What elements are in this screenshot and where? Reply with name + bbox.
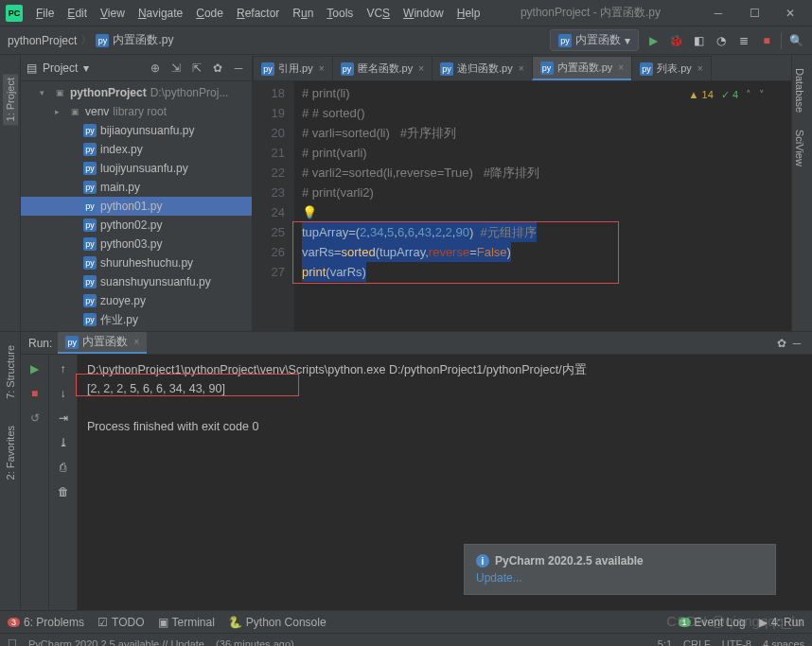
notification-update-link[interactable]: Update... (476, 571, 764, 585)
breadcrumb-file[interactable]: 内置函数.py (113, 32, 173, 48)
run-coverage-button[interactable]: ◧ (690, 32, 707, 49)
tool-project-tab[interactable]: 1: Project (3, 74, 18, 125)
terminal-tab[interactable]: ▣ Terminal (158, 616, 215, 629)
editor-tab[interactable]: py内置函数.py× (532, 56, 633, 80)
menu-tools[interactable]: Tools (321, 4, 359, 23)
close-icon[interactable]: × (133, 337, 139, 347)
editor-tab[interactable]: py匿名函数.py× (332, 56, 433, 80)
code-line[interactable]: tupArray=(2,34,5,6,6,43,2,2,90) #元组排序 (302, 222, 791, 242)
rerun-button[interactable]: ▶ (26, 360, 44, 377)
tree-row[interactable]: pyzuoye.py (21, 291, 252, 310)
tool-favorites-tab[interactable]: 2: Favorites (3, 422, 18, 483)
hide-icon[interactable]: ─ (231, 61, 246, 76)
tree-row[interactable]: py作业.py (21, 310, 252, 329)
collapse-all-icon[interactable]: ⇱ (189, 61, 204, 76)
gear-icon[interactable]: ✿ (774, 336, 789, 351)
code-editor[interactable]: ▲ 14 ✓ 4 ˄ ˅ # print(li)# # sorted()# va… (294, 81, 791, 331)
menu-view[interactable]: View (95, 4, 131, 23)
code-line[interactable]: # varli2=sorted(li,reverse=True) #降序排列 (302, 163, 791, 183)
tree-row[interactable]: pyluojiyunsuanfu.py (21, 159, 252, 178)
editor-tab[interactable]: py列表.py× (631, 56, 712, 80)
run-tab-bottom[interactable]: ▶ 4: Run (759, 616, 804, 629)
inspections-widget[interactable]: ▲ 14 ✓ 4 ˄ ˅ (689, 85, 765, 105)
code-line[interactable]: 💡 (302, 202, 791, 222)
tree-row[interactable]: pyindex.py (21, 140, 252, 159)
tree-row[interactable]: pybijiaoyunsuanfu.py (21, 121, 252, 140)
stop-button[interactable]: ■ (26, 385, 44, 402)
editor-tab[interactable]: py引用.py× (253, 56, 333, 80)
menu-navigate[interactable]: Navigate (132, 4, 188, 23)
project-tree[interactable]: ▾▣pythonProject D:\pythonProj...▸▣venv l… (21, 81, 252, 331)
menu-file[interactable]: File (30, 4, 60, 23)
status-indent[interactable]: 4 spaces (763, 638, 804, 647)
tree-row[interactable]: pypython01.py (21, 197, 252, 216)
code-line[interactable]: # print(varli2) (302, 183, 791, 202)
restart-button[interactable]: ↺ (26, 410, 44, 427)
gear-icon[interactable]: ✿ (210, 61, 225, 76)
run-button[interactable]: ▶ (644, 32, 662, 49)
close-icon[interactable]: × (418, 63, 424, 74)
close-button[interactable]: ✕ (774, 2, 806, 25)
tool-database-tab[interactable]: Database (792, 64, 807, 116)
code-line[interactable]: # varli=sorted(li) #升序排列 (302, 123, 791, 143)
hide-icon[interactable]: ─ (789, 336, 804, 351)
status-eol[interactable]: CRLF (683, 638, 711, 647)
tree-row[interactable]: ▸▣venv library root (21, 102, 252, 121)
scroll-end-icon[interactable]: ⤓ (55, 434, 72, 451)
notification-popup[interactable]: iPyCharm 2020.2.5 available Update... (464, 544, 776, 595)
tree-row[interactable]: pypython03.py (21, 235, 252, 253)
menu-refactor[interactable]: Refactor (231, 4, 285, 23)
code-line[interactable]: # # sorted() (302, 103, 791, 123)
close-icon[interactable]: × (697, 63, 703, 74)
chevron-down-icon[interactable]: ˅ (759, 85, 765, 105)
tree-row[interactable]: ▾▣pythonProject D:\pythonProj... (21, 83, 252, 102)
tool-sciview-tab[interactable]: SciView (792, 126, 807, 170)
up-stack-icon[interactable]: ↑ (55, 360, 72, 377)
close-icon[interactable]: × (319, 63, 325, 74)
menu-window[interactable]: Window (397, 4, 450, 23)
event-log-tab[interactable]: 1 Event Log (679, 616, 746, 629)
tree-row[interactable]: pysuanshuyunsuanfu.py (21, 272, 252, 291)
todo-tab[interactable]: ☑ TODO (97, 616, 144, 629)
tree-row[interactable]: pyshuruheshuchu.py (21, 253, 252, 272)
breadcrumb-project[interactable]: pythonProject (8, 34, 77, 47)
tree-row[interactable]: pypython02.py (21, 216, 252, 235)
menu-edit[interactable]: Edit (62, 4, 93, 23)
menu-vcs[interactable]: VCS (361, 4, 396, 23)
menu-run[interactable]: Run (287, 4, 319, 23)
problems-tab[interactable]: 3 6: Problems (8, 616, 84, 629)
tool-structure-tab[interactable]: 7: Structure (3, 341, 18, 403)
profile-button[interactable]: ◔ (713, 32, 730, 49)
run-tab[interactable]: py 内置函数 × (58, 332, 147, 354)
code-line[interactable]: varRs=sorted(tupArray,reverse=False) (302, 242, 791, 262)
minimize-button[interactable]: ─ (702, 2, 734, 25)
stop-button[interactable]: ■ (758, 32, 775, 49)
chevron-down-icon[interactable]: ▾ (83, 61, 89, 75)
tree-row[interactable]: pymain.py (21, 178, 252, 197)
python-console-tab[interactable]: 🐍 Python Console (228, 616, 327, 629)
close-icon[interactable]: × (519, 63, 524, 74)
status-caret-pos[interactable]: 5:1 (658, 638, 672, 647)
python-file-icon: py (558, 34, 572, 47)
maximize-button[interactable]: ☐ (738, 2, 770, 25)
clear-icon[interactable]: 🗑 (55, 483, 72, 500)
status-encoding[interactable]: UTF-8 (722, 638, 751, 647)
search-button[interactable]: 🔍 (787, 32, 804, 49)
soft-wrap-icon[interactable]: ⇥ (55, 410, 72, 427)
editor-tab[interactable]: py递归函数.py× (432, 56, 533, 80)
down-stack-icon[interactable]: ↓ (55, 385, 72, 402)
expand-all-icon[interactable]: ⇲ (168, 61, 184, 76)
quick-access-icon[interactable]: ☐ (8, 637, 17, 646)
code-line[interactable]: # print(varli) (302, 143, 791, 163)
select-opened-icon[interactable]: ⊕ (148, 61, 163, 76)
concurrency-button[interactable]: ≣ (735, 32, 752, 49)
code-line[interactable]: print(varRs) (302, 262, 791, 282)
chevron-up-icon[interactable]: ˄ (746, 85, 751, 105)
close-icon[interactable]: × (618, 62, 624, 73)
menu-code[interactable]: Code (190, 4, 229, 23)
menu-help[interactable]: Help (451, 4, 486, 23)
debug-button[interactable]: 🐞 (667, 32, 684, 49)
breadcrumb: pythonProject 〉 py 内置函数.py (8, 32, 173, 48)
print-icon[interactable]: ⎙ (55, 459, 72, 476)
run-config-selector[interactable]: py 内置函数 ▾ (550, 29, 639, 51)
